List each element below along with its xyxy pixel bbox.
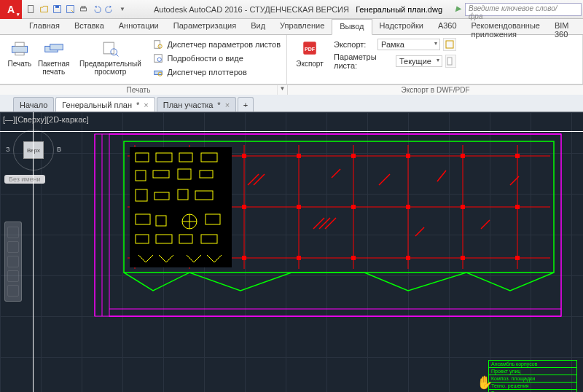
save-icon[interactable]: [51, 4, 63, 15]
svg-line-67: [254, 174, 265, 185]
search-input[interactable]: Введите ключевое слово/фра: [465, 3, 582, 16]
qat-dropdown-icon[interactable]: ▼: [117, 4, 128, 15]
svg-rect-52: [242, 205, 246, 209]
drawing-canvas[interactable]: [—][Сверху][2D-каркас] Верх З В Без имен…: [0, 112, 583, 392]
tab-annotate[interactable]: Аннотации: [111, 19, 166, 34]
filetab-add[interactable]: +: [238, 97, 254, 111]
svg-rect-6: [12, 46, 27, 52]
svg-rect-46: [351, 154, 356, 158]
svg-rect-45: [297, 154, 301, 158]
batch-print-button[interactable]: Пакетная печать: [36, 36, 71, 76]
svg-rect-21: [446, 41, 453, 48]
view-details-button[interactable]: Подробности о виде: [149, 52, 283, 65]
svg-rect-57: [515, 205, 520, 209]
filetab-siteplan[interactable]: План участка*×: [157, 97, 236, 111]
svg-rect-7: [15, 42, 24, 46]
export-target-dropdown[interactable]: Рамка: [377, 39, 440, 50]
svg-rect-8: [15, 52, 24, 55]
svg-rect-22: [447, 58, 452, 65]
nav-showmotion-icon[interactable]: [7, 285, 19, 297]
open-icon[interactable]: [38, 4, 50, 15]
svg-rect-55: [406, 205, 410, 209]
nav-wheel-icon[interactable]: [7, 227, 19, 238]
svg-rect-61: [297, 256, 301, 260]
stamp-row: Проект улиц: [489, 368, 576, 375]
svg-rect-64: [461, 256, 465, 260]
undo-icon[interactable]: [90, 4, 102, 15]
tab-view[interactable]: Вид: [243, 19, 273, 34]
preview-button[interactable]: Предварительный просмотр: [71, 36, 149, 76]
saveas-icon[interactable]: [64, 4, 76, 15]
plotters-icon: [152, 66, 164, 78]
nav-zoom-icon[interactable]: [7, 256, 19, 267]
viewcube[interactable]: Верх З В: [13, 130, 54, 170]
tab-home[interactable]: Главная: [22, 19, 67, 34]
tab-insert[interactable]: Вставка: [67, 19, 111, 34]
view-details-icon: [152, 52, 164, 64]
svg-line-76: [415, 227, 424, 236]
new-icon[interactable]: [25, 4, 36, 15]
filetab-genplan[interactable]: Генеральный план*×: [55, 97, 154, 111]
nav-orbit-icon[interactable]: [7, 270, 19, 282]
tab-featured[interactable]: Рекомендованные приложения: [464, 19, 547, 34]
svg-line-70: [325, 218, 336, 229]
navigation-bar[interactable]: [4, 222, 22, 302]
print-button[interactable]: Печать: [3, 36, 36, 68]
panel-print-dropdown[interactable]: ▼: [277, 85, 287, 95]
panel-print: Печать Пакетная печать Предварительный п…: [0, 35, 287, 84]
panel-export: PDF Экспорт Экспорт: Рамка Параметры лис…: [287, 35, 583, 84]
viewcube-east: В: [57, 146, 61, 153]
tab-addins[interactable]: Надстройки: [372, 19, 431, 34]
stamp-row: Ансамбль корпусов: [489, 361, 576, 368]
svg-rect-10: [50, 44, 63, 50]
quick-access-toolbar: ▼: [22, 4, 131, 15]
nav-pan-icon[interactable]: [7, 241, 19, 253]
svg-rect-60: [242, 256, 246, 260]
stamp-row: Композ. площадки: [489, 375, 576, 383]
app-name: Autodesk AutoCAD 2016 - СТУДЕНЧЕСКАЯ ВЕР…: [154, 5, 349, 14]
panel-print-title: Печать: [0, 85, 277, 95]
svg-rect-0: [28, 6, 33, 13]
title-block: Ансамбль корпусов Проект улиц Композ. пл…: [488, 360, 577, 392]
ucs-noname[interactable]: Без имени: [4, 175, 45, 184]
sheet-params-label: Параметры листа:: [334, 52, 396, 70]
window-title: Autodesk AutoCAD 2016 - СТУДЕНЧЕСКАЯ ВЕР…: [131, 5, 465, 14]
svg-text:PDF: PDF: [305, 47, 316, 52]
crosshair-horizontal: [0, 131, 583, 132]
page-setup-button[interactable]: Диспетчер параметров листов: [149, 38, 283, 51]
redo-icon[interactable]: [103, 4, 115, 15]
plotters-button[interactable]: Диспетчер плоттеров: [149, 66, 283, 79]
sheet-params-dropdown[interactable]: Текущие: [396, 55, 442, 67]
tab-manage[interactable]: Управление: [273, 19, 332, 34]
export-target-label: Экспорт:: [334, 40, 377, 49]
viewcube-top[interactable]: Верх: [23, 141, 44, 159]
sheet-params-icon[interactable]: [445, 55, 456, 68]
tab-bim360[interactable]: BIM 360: [547, 19, 576, 34]
export-window-icon[interactable]: [443, 38, 456, 51]
tab-output[interactable]: Вывод: [332, 19, 372, 35]
svg-rect-11: [104, 42, 114, 54]
tab-parametric[interactable]: Параметризация: [166, 19, 243, 34]
preview-icon: [98, 38, 122, 58]
print-icon[interactable]: [77, 4, 89, 15]
svg-line-66: [248, 174, 259, 185]
close-icon[interactable]: ×: [225, 101, 230, 109]
svg-rect-44: [242, 154, 246, 158]
panel-export-title: Экспорт в DWF/PDF: [288, 85, 583, 95]
svg-line-72: [437, 170, 446, 181]
tab-a360[interactable]: A360: [431, 19, 464, 34]
app-menu-button[interactable]: A: [0, 0, 22, 19]
tab-performance[interactable]: Perf: [576, 19, 583, 34]
file-name: Генеральный план.dwg: [356, 5, 442, 14]
filetab-start[interactable]: Начало: [13, 97, 54, 111]
svg-line-75: [332, 169, 340, 178]
svg-rect-5: [82, 6, 85, 7]
svg-line-73: [481, 220, 490, 229]
svg-rect-56: [461, 205, 465, 209]
export-button[interactable]: PDF Экспорт: [290, 36, 329, 68]
svg-rect-62: [351, 256, 356, 260]
pan-cursor-icon: ✋: [477, 375, 493, 391]
viewport-label[interactable]: [—][Сверху][2D-каркас]: [3, 115, 89, 124]
close-icon[interactable]: ×: [144, 101, 148, 109]
crosshair-vertical: [33, 112, 34, 392]
